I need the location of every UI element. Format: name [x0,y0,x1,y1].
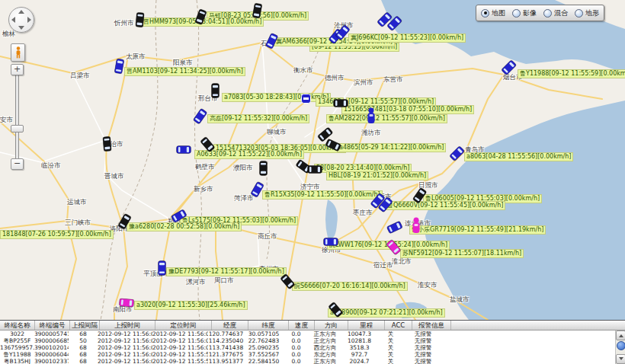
table-cell: 37.552567 [244,351,284,358]
city-label: 枣庄市 [353,209,373,216]
vehicle-marker[interactable] [119,298,135,308]
vehicle-label[interactable]: a4865[05-29 14:11:22][0.00km/h] [338,144,445,152]
table-cell: 东北方向 [309,351,341,358]
vehicle-label[interactable]: 豫DE7793[09-12 11:55:17][0.00km/h] [167,268,286,276]
vehicle-marker[interactable] [134,12,145,28]
vehicle-label[interactable]: 58[08-20 23:14:40][0.00km/h] [315,164,411,172]
radio-icon[interactable] [575,9,583,18]
radio-icon[interactable] [512,9,521,18]
zoom-slider-track[interactable] [15,75,19,160]
vehicle-marker[interactable] [307,165,322,174]
column-header-8[interactable]: 速度 [289,321,315,330]
scroll-down-button[interactable] [616,354,625,364]
radio-icon[interactable] [481,9,489,18]
radio-icon[interactable] [543,9,552,18]
scroll-up-button[interactable] [616,330,625,340]
table-row[interactable]: 粤B135HJ3900102337682012-09-12 11:56:0520… [0,358,625,364]
table-cell: 68 [69,358,98,364]
column-header-4[interactable]: 上报时间 [100,321,155,330]
map-type-option-地图[interactable]: 地图 [481,8,505,18]
table-cell: 3900102014 [34,344,69,351]
column-header-7[interactable]: 纬度 [248,321,289,330]
table-row[interactable]: 136759957...3900102014682012-09-12 11:56… [0,344,625,351]
person-marker[interactable] [412,217,421,232]
table-cell: 0.0 [284,358,309,364]
vehicle-label[interactable]: 高磊[09-12 11:55:32][0.00km/h] [208,115,309,123]
pan-right-icon[interactable] [27,17,31,23]
table-row[interactable]: 粤BP255F3900006685502012-09-12 11:56:0920… [0,337,625,344]
device-marker[interactable] [301,94,310,109]
vehicle-marker[interactable] [258,161,268,176]
vehicle-label[interactable]: a3020[09-12 11:55:30][25.46km/h] [135,302,247,309]
city-label: 济宁市 [300,184,320,190]
city-label: 德州市 [325,75,345,81]
column-header-11[interactable]: ACC [385,321,412,330]
city-label: 晋城市 [104,173,124,180]
city-label: 三门峡市 [65,219,91,226]
column-header-3[interactable]: 上报间隔 [70,321,100,330]
pan-down-icon[interactable] [18,26,24,30]
vehicle-marker[interactable] [333,99,348,108]
vehicle-label[interactable]: 鲁R15X35[09-12 11:55:50][0.00km/h] [263,191,382,199]
vehicle-label[interactable]: a7083[05-30 18:28:43][0.00km/h] [223,94,330,101]
column-header-10[interactable]: 里程 [348,321,385,330]
vehicle-label[interactable]: 181848[07-26 10:59:57][0.00km/h] [1,231,113,238]
table-cell: 关 [377,344,404,351]
column-header-6[interactable]: 经度 [212,321,248,330]
vehicle-label[interactable]: [09-12 11:55:57][0.00km/h] [347,98,435,106]
vehicle-label[interactable]: 豫a6280[02-28 00:52:58][0.00km/h] [127,223,241,231]
column-header-12[interactable]: 报警信息 [412,321,451,330]
city-label: 盐城市 [450,296,470,303]
zoom-slider-handle[interactable] [11,125,24,133]
zoom-out-button[interactable]: − [11,158,24,170]
column-header-1[interactable]: 终端名称 [0,321,35,330]
vehicle-label[interactable]: a8063[04-28 11:55:56][0.00km/h] [465,153,572,161]
table-cell: 正北方向 [309,337,341,344]
table-cell: 关 [377,337,404,344]
column-header-5[interactable]: 定位时间 [155,321,212,330]
vehicle-label[interactable]: 冀J696KC[09-12 11:55:23][0.00km/h] [349,34,465,42]
vehicle-marker[interactable] [323,238,338,247]
vehicle-label[interactable]: 鲁小乐GR7719[09-12 11:55:49][21.19km/h] [410,226,545,234]
column-header-2[interactable]: 终端编号 [35,321,70,330]
vehicle-label[interactable]: 鲁Y11988[09-12 11:55:59][0.00km/h] [518,70,625,78]
vehicle-marker[interactable] [176,145,191,155]
table-cell: 3900006044 [34,351,69,358]
vehicle-marker[interactable] [101,136,112,152]
vehicle-label[interactable]: 鲁Q6660V[09-12 11:55:45][0.00km/h] [386,202,505,209]
table-cell: 无报警 [404,358,442,364]
column-header-9[interactable]: 方向 [315,321,348,330]
vehicle-marker[interactable] [158,260,167,276]
vehicle-label[interactable]: 鲁AM2822[09-12 11:55:57][0.00km/h] [327,115,447,123]
pan-left-icon[interactable] [11,17,15,23]
table-cell: 2012-09-12 11:56:05 [98,358,152,364]
vehicle-label[interactable]: 苏NF5912[09-12 11:55:07][18.11km/h] [401,250,523,257]
city-label: 滨州市 [354,79,373,86]
person-marker[interactable] [367,107,376,123]
scroll-thumb[interactable] [617,341,625,350]
vehicle-marker[interactable] [211,83,220,98]
table-cell: 0.0 [284,337,309,344]
pan-up-icon[interactable] [18,10,24,14]
map-type-control[interactable]: 地图影像混合地形 [476,5,604,21]
vehicle-label[interactable]: 皖S6666[07-20 16:16:14][0.00km/h] [293,283,407,290]
map-canvas[interactable]: 榆林忻州市沧州市太原市阳泉市吕梁市石家庄衡水市德州市滨州市东营市烟台市青岛市日照… [0,0,625,320]
vehicle-label[interactable]: A0633[09-12 11:55:22][0.00km/h] [195,151,303,158]
table-row[interactable]: 30223900005741682012-09-12 11:56:092012-… [0,330,625,337]
city-label: 淮安市 [418,282,438,289]
map-type-option-混合[interactable]: 混合 [543,8,568,18]
table-cell: 3900005741 [34,330,69,337]
map-pan-control[interactable] [8,7,34,33]
map-type-option-地形[interactable]: 地形 [575,8,599,18]
table-cell: 2012-09-12 11:55:59 [152,351,208,358]
table-scrollbar[interactable] [615,330,625,364]
street-view-pegman-button[interactable] [11,43,25,62]
map-type-option-影像[interactable]: 影像 [512,8,537,18]
vehicle-label[interactable]: 15166587481[03-18 07:55:10][0.00km/h] [342,106,473,113]
vehicle-label[interactable]: HBL[08-19 21:01:52][0.00km/h] [327,172,428,180]
table-row[interactable]: 鲁Y119883900006044682012-09-12 11:56:0620… [0,351,625,358]
vehicle-label[interactable]: 晋AM1103[09-12 11:34:25][0.00km/h] [125,68,245,75]
zoom-in-button[interactable]: + [11,64,24,75]
vehicle-label[interactable]: a758900[09-12 07:21:21][0.00km/h] [329,309,444,317]
table-cell: 鲁Y11988 [0,351,34,358]
